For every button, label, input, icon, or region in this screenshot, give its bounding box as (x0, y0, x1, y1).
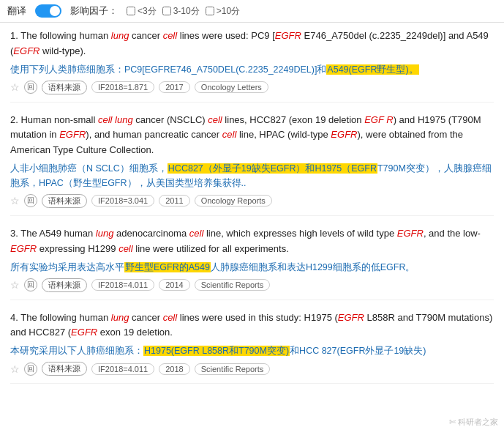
result-1-journal-tag: Oncology Letters (195, 81, 268, 93)
result-4-star[interactable]: ☆ (10, 363, 20, 375)
result-3-if-tag: IF2018=4.011 (91, 279, 154, 291)
result-2-circle[interactable]: 回 (24, 194, 37, 207)
result-4-if-tag: IF2018=4.011 (91, 363, 154, 375)
result-1-en: 1. The following human lung cancer cell … (10, 29, 494, 59)
result-2-source-tag[interactable]: 语料来源 (42, 194, 87, 208)
result-4-highlight: H1975(EGFR L858R和T790M突变) (143, 346, 290, 356)
filter-gt10-label: >10分 (217, 5, 240, 18)
result-2-meta: ☆ 回 语料来源 IF2018=3.041 2011 Oncology Repo… (10, 194, 494, 208)
watermark-icon: ✄ (449, 417, 456, 426)
result-1-year-tag: 2017 (159, 81, 189, 93)
result-1-circle[interactable]: 回 (24, 81, 37, 94)
watermark-text: 科研者之家 (458, 417, 498, 426)
top-bar: 翻译 影响因子： <3分 3-10分 >10分 (0, 0, 504, 23)
results-container: 1. The following human lung cancer cell … (0, 23, 504, 400)
result-2-cn: 人非小细胞肺癌（N SCLC）细胞系，HCC827（外显子19缺失EGFR）和H… (10, 161, 494, 190)
result-3-journal-tag: Scientific Reports (195, 279, 271, 291)
filter-options: <3分 3-10分 >10分 (127, 5, 240, 18)
result-3-star[interactable]: ☆ (10, 279, 20, 291)
result-4-circle[interactable]: 回 (24, 362, 37, 376)
result-3-meta: ☆ 回 语料来源 IF2018=4.011 2014 Scientific Re… (10, 278, 494, 292)
watermark: ✄ 科研者之家 (449, 417, 498, 428)
result-1-meta: ☆ 回 语料来源 IF2018=1.871 2017 Oncology Lett… (10, 81, 494, 94)
result-1-cn: 使用下列人类肺癌细胞系：PC9[EGFRE746_A750DEL(C.2235_… (10, 62, 494, 77)
filter-gt10-checkbox[interactable] (206, 7, 214, 15)
filter-3to10-checkbox[interactable] (162, 7, 171, 15)
result-3-year-tag: 2014 (159, 279, 189, 291)
result-2-if-tag: IF2018=3.041 (91, 195, 154, 207)
result-2-year-tag: 2011 (159, 195, 189, 207)
result-1-highlight: A549(EGFR野生型)。 (326, 64, 418, 75)
result-3-circle[interactable]: 回 (24, 278, 37, 291)
impact-label: 影响因子： (70, 4, 118, 18)
result-1-star[interactable]: ☆ (10, 81, 20, 93)
result-2-en: 2. Human non-small cell lung cancer (NSC… (10, 113, 494, 158)
result-4-en: 4. The following human lung cancer cell … (10, 311, 494, 341)
translate-toggle[interactable] (35, 4, 61, 18)
result-item-2: 2. Human non-small cell lung cancer (NSC… (10, 113, 494, 216)
result-3-cn: 所有实验均采用表达高水平野生型EGFR的A549人肺腺癌细胞系和表达H1299细… (10, 260, 494, 275)
filter-lt3-checkbox[interactable] (127, 7, 135, 15)
result-3-source-tag[interactable]: 语料来源 (42, 278, 87, 292)
result-2-journal-tag: Oncology Reports (195, 195, 272, 207)
result-item-4: 4. The following human lung cancer cell … (10, 311, 494, 384)
result-1-if-tag: IF2018=1.871 (91, 81, 154, 93)
filter-3to10-label: 3-10分 (173, 5, 200, 18)
result-4-cn: 本研究采用以下人肺癌细胞系：H1975(EGFR L858R和T790M突变)和… (10, 343, 494, 358)
result-item-3: 3. The A549 human lung adenocarcinoma ce… (10, 226, 494, 300)
result-2-star[interactable]: ☆ (10, 195, 20, 207)
result-item-1: 1. The following human lung cancer cell … (10, 29, 494, 103)
translate-label: 翻译 (7, 4, 26, 18)
filter-lt3-label: <3分 (138, 5, 157, 18)
filter-3to10[interactable]: 3-10分 (162, 5, 200, 18)
result-4-year-tag: 2018 (159, 363, 189, 375)
filter-gt10[interactable]: >10分 (206, 5, 240, 18)
result-4-meta: ☆ 回 语料来源 IF2018=4.011 2018 Scientific Re… (10, 362, 494, 376)
filter-lt3[interactable]: <3分 (127, 5, 157, 18)
result-2-highlight: HCC827（外显子19缺失EGFR）和H1975（EGFR (168, 163, 377, 174)
result-4-journal-tag: Scientific Reports (195, 363, 271, 375)
result-1-source-tag[interactable]: 语料来源 (42, 81, 87, 94)
result-3-en: 3. The A549 human lung adenocarcinoma ce… (10, 226, 494, 257)
result-4-source-tag[interactable]: 语料来源 (42, 362, 87, 376)
result-3-highlight: 野生型EGFR的A549 (124, 262, 211, 272)
